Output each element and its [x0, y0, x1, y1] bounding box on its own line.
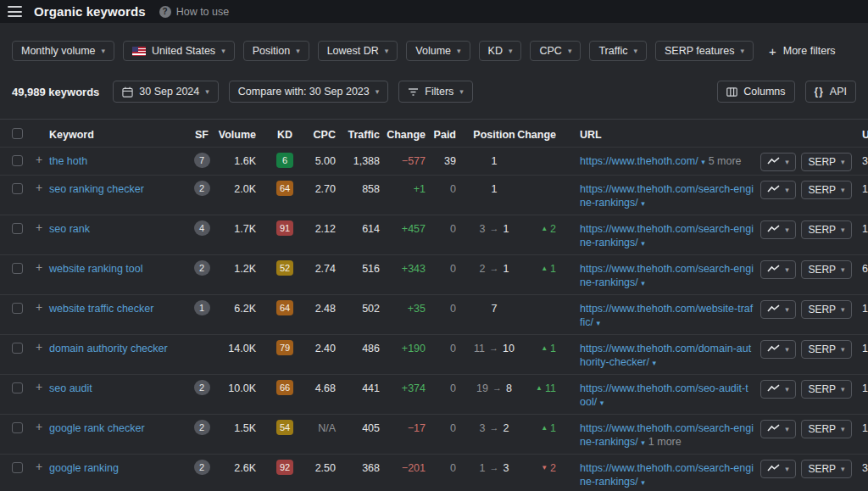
url-link[interactable]: https://www.thehoth.com/search-engine-ra…: [580, 183, 754, 209]
filters-button[interactable]: Filters ▾: [398, 81, 473, 103]
expand-plus-icon[interactable]: +: [36, 261, 42, 273]
date-picker-button[interactable]: 30 Sep 2024 ▾: [113, 81, 218, 103]
url-caret-icon[interactable]: ▾: [600, 399, 604, 407]
expand-plus-icon[interactable]: +: [36, 301, 42, 313]
filter-dropdown-position[interactable]: Position ▾: [243, 41, 309, 61]
url-more-link[interactable]: 5 more: [709, 155, 742, 167]
header-keyword[interactable]: Keyword: [49, 120, 185, 147]
kd-badge: 92: [276, 460, 293, 475]
expand-plus-icon[interactable]: +: [36, 460, 42, 472]
keyword-link[interactable]: domain authority checker: [49, 342, 168, 355]
filter-dropdown-monthly-volume[interactable]: Monthly volume ▾: [12, 41, 114, 61]
position-change: ▲2: [541, 222, 556, 236]
expand-plus-icon[interactable]: +: [36, 181, 42, 193]
filter-dropdown-serp-features[interactable]: SERP features ▾: [655, 41, 754, 61]
header-url[interactable]: URL: [566, 120, 757, 147]
header-change[interactable]: Change: [387, 120, 432, 147]
keyword-link[interactable]: seo rank: [49, 222, 90, 236]
sparkline-button[interactable]: ▾: [760, 420, 796, 438]
updated-partial: 1: [862, 222, 868, 236]
expand-plus-icon[interactable]: +: [36, 341, 42, 353]
header-cpc[interactable]: CPC: [303, 120, 344, 147]
url-link[interactable]: https://www.thehoth.com/website-traffic/…: [580, 303, 753, 328]
serp-button[interactable]: SERP ▾: [801, 420, 851, 438]
more-filters-button[interactable]: + More filters: [769, 45, 836, 58]
url-caret-icon[interactable]: ▾: [652, 359, 656, 367]
url-caret-icon[interactable]: ▾: [641, 478, 645, 487]
sparkline-button[interactable]: ▾: [760, 460, 796, 478]
sparkline-button[interactable]: ▾: [760, 153, 796, 171]
header-updated[interactable]: U: [854, 120, 868, 147]
row-checkbox[interactable]: [12, 155, 23, 166]
row-checkbox[interactable]: [12, 382, 23, 393]
row-checkbox[interactable]: [12, 343, 23, 354]
filter-dropdown-volume[interactable]: Volume ▾: [406, 41, 470, 61]
sparkline-button[interactable]: ▾: [760, 260, 796, 279]
url-link[interactable]: https://www.thehoth.com/seo-audit-tool/ …: [580, 382, 748, 408]
url-caret-icon[interactable]: ▾: [641, 279, 645, 287]
filter-dropdown-traffic[interactable]: Traffic ▾: [589, 41, 647, 61]
sparkline-button[interactable]: ▾: [760, 340, 796, 359]
keyword-link[interactable]: website traffic checker: [49, 302, 153, 315]
row-checkbox[interactable]: [12, 263, 23, 274]
url-link[interactable]: https://www.thehoth.com/search-engine-ra…: [580, 263, 754, 288]
expand-plus-icon[interactable]: +: [36, 421, 42, 432]
keyword-link[interactable]: seo audit: [49, 382, 92, 395]
row-checkbox[interactable]: [12, 462, 23, 473]
url-more-link[interactable]: 1 more: [648, 436, 682, 448]
select-all-checkbox[interactable]: [12, 128, 23, 139]
filter-dropdown-united-states[interactable]: United States ▾: [123, 41, 235, 61]
serp-button[interactable]: SERP ▾: [801, 220, 851, 239]
serp-button[interactable]: SERP ▾: [801, 340, 851, 359]
menu-icon[interactable]: [8, 6, 22, 17]
row-checkbox[interactable]: [12, 303, 23, 314]
serp-button[interactable]: SERP ▾: [801, 380, 851, 399]
columns-button[interactable]: Columns: [717, 81, 794, 103]
volume-value: 1.7K: [219, 215, 266, 254]
how-to-use-link[interactable]: ? How to use: [159, 6, 230, 18]
serp-button[interactable]: SERP ▾: [801, 153, 851, 171]
compare-with-button[interactable]: Compare with: 30 Sep 2023 ▾: [229, 81, 389, 103]
header-paid[interactable]: Paid: [432, 120, 466, 147]
row-checkbox[interactable]: [12, 422, 23, 433]
filter-dropdown-lowest-dr[interactable]: Lowest DR ▾: [318, 41, 398, 61]
header-traffic[interactable]: Traffic: [344, 120, 387, 147]
url-caret-icon[interactable]: ▾: [596, 319, 600, 327]
url-caret-icon[interactable]: ▾: [701, 158, 705, 166]
url-link[interactable]: https://www.thehoth.com/ ▾: [580, 155, 705, 167]
row-checkbox[interactable]: [12, 183, 23, 194]
serp-button[interactable]: SERP ▾: [801, 300, 851, 319]
expand-plus-icon[interactable]: +: [36, 153, 42, 165]
keyword-link[interactable]: google ranking: [49, 461, 119, 475]
header-volume[interactable]: Volume: [219, 120, 266, 147]
filter-dropdown-kd[interactable]: KD ▾: [479, 41, 522, 61]
filter-dropdown-cpc[interactable]: CPC ▾: [530, 41, 581, 61]
keyword-link[interactable]: seo ranking checker: [49, 182, 144, 196]
url-caret-icon[interactable]: ▾: [641, 239, 645, 248]
header-sf[interactable]: SF: [185, 120, 219, 147]
updated-partial: 6: [862, 262, 868, 276]
url-link[interactable]: https://www.thehoth.com/domain-authority…: [580, 343, 751, 368]
url-link[interactable]: https://www.thehoth.com/search-engine-ra…: [580, 223, 754, 248]
sparkline-button[interactable]: ▾: [760, 380, 796, 399]
sparkline-button[interactable]: ▾: [760, 300, 796, 319]
serp-button[interactable]: SERP ▾: [801, 460, 851, 478]
api-button[interactable]: {} API: [805, 81, 857, 103]
expand-plus-icon[interactable]: +: [36, 221, 42, 233]
keyword-link[interactable]: website ranking tool: [49, 262, 142, 276]
url-link[interactable]: https://www.thehoth.com/search-engine-ra…: [580, 462, 754, 488]
url-caret-icon[interactable]: ▾: [641, 438, 645, 447]
header-kd[interactable]: KD: [266, 120, 303, 147]
header-position[interactable]: Position: [466, 120, 522, 147]
url-caret-icon[interactable]: ▾: [641, 199, 645, 208]
serp-button[interactable]: SERP ▾: [801, 260, 851, 279]
serp-button[interactable]: SERP ▾: [801, 181, 851, 199]
caret-down-icon: ▾: [841, 426, 845, 433]
keyword-link[interactable]: the hoth: [49, 154, 87, 168]
sparkline-button[interactable]: ▾: [760, 181, 796, 199]
row-checkbox[interactable]: [12, 223, 23, 234]
sparkline-button[interactable]: ▾: [760, 220, 796, 239]
keyword-link[interactable]: google rank checker: [49, 421, 145, 435]
expand-plus-icon[interactable]: +: [36, 381, 42, 393]
header-position-change[interactable]: Change: [522, 120, 566, 147]
